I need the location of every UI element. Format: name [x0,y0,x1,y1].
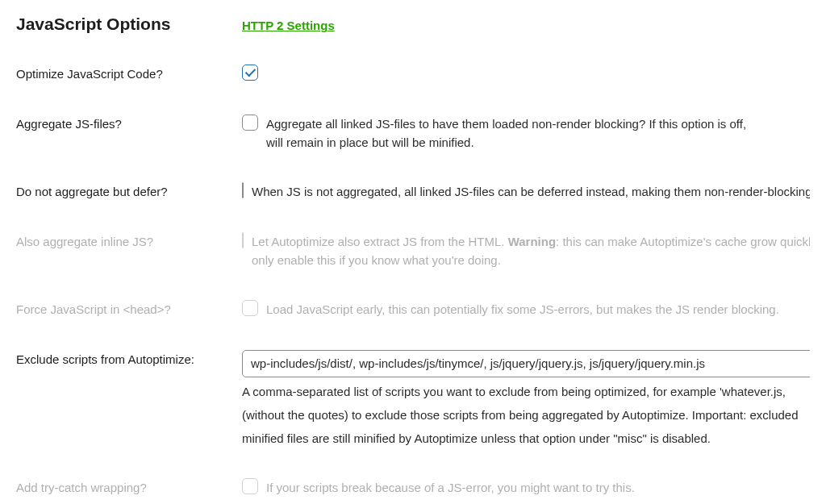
label-force-head: Force JavaScript in <head>? [16,300,242,319]
checkbox-defer[interactable] [242,182,244,198]
input-exclude-scripts[interactable] [242,350,810,377]
help-exclude-line1: A comma-separated list of scripts you wa… [242,382,786,401]
http2-settings-link[interactable]: HTTP 2 Settings [242,19,335,32]
desc-inline-line1: Let Autoptimize also extract JS from the… [252,232,810,251]
label-trycatch: Add try-catch wrapping? [16,478,242,498]
row-exclude-scripts: Exclude scripts from Autoptimize: A comm… [16,350,810,448]
row-defer: Do not aggregate but defer? When JS is n… [16,182,810,202]
checkbox-aggregate-js[interactable] [242,115,258,131]
label-optimize-js: Optimize JavaScript Code? [16,65,242,84]
section-title: JavaScript Options [16,15,242,34]
checkbox-optimize-js[interactable] [242,65,258,81]
desc-aggregate-line2: will remain in place but will be minifie… [266,133,746,152]
desc-aggregate-line1: Aggregate all linked JS-files to have th… [266,115,746,133]
section-header: JavaScript Options HTTP 2 Settings [16,15,810,34]
checkbox-force-head [242,300,258,316]
checkbox-inline-js [242,232,244,248]
label-exclude-scripts: Exclude scripts from Autoptimize: [16,350,242,369]
desc-force-head: Load JavaScript early, this can potentia… [266,300,779,319]
desc-inline-line2: only enable this if you know what you're… [252,251,810,269]
label-defer: Do not aggregate but defer? [16,182,242,202]
help-exclude-line2: (without the quotes) to exclude those sc… [242,406,799,424]
label-inline-js: Also aggregate inline JS? [16,232,242,252]
row-optimize-js: Optimize JavaScript Code? [16,65,810,84]
row-force-head: Force JavaScript in <head>? Load JavaScr… [16,300,810,319]
row-inline-js: Also aggregate inline JS? Let Autoptimiz… [16,232,810,270]
desc-defer: When JS is not aggregated, all linked JS… [252,182,810,201]
row-aggregate-js: Aggregate JS-files? Aggregate all linked… [16,115,810,152]
checkbox-trycatch [242,478,258,494]
row-trycatch: Add try-catch wrapping? If your scripts … [16,478,810,498]
help-exclude-line3: minified files are still minified by Aut… [242,429,711,448]
desc-trycatch: If your scripts break because of a JS-er… [266,478,635,497]
label-aggregate-js: Aggregate JS-files? [16,115,242,134]
